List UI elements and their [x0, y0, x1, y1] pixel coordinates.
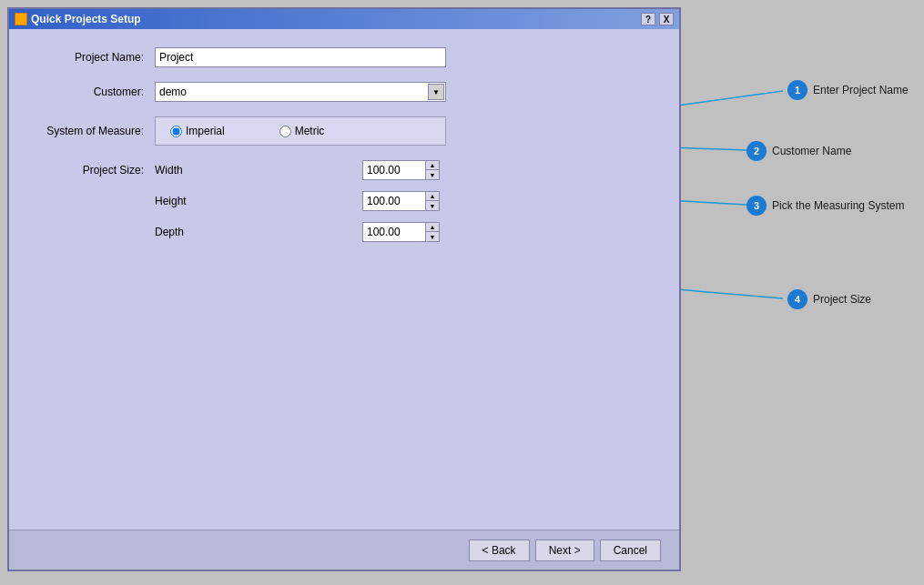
project-size-label: Project Size:: [36, 160, 155, 177]
next-button[interactable]: Next >: [535, 540, 594, 561]
cancel-button[interactable]: Cancel: [600, 540, 661, 561]
annotation-2: 2 Customer Name: [746, 141, 851, 161]
annotation-1: 1 Enter Project Name: [787, 80, 909, 100]
project-name-label: Project Name:: [36, 51, 155, 64]
height-up-btn[interactable]: ▲: [426, 192, 439, 201]
system-of-measure-label: System of Measure:: [36, 125, 155, 137]
main-window: Quick Projects Setup ? X Project Name: C…: [7, 7, 681, 571]
depth-input[interactable]: [363, 223, 425, 241]
title-bar-left: Quick Projects Setup: [15, 13, 141, 25]
back-button[interactable]: < Back: [469, 540, 530, 561]
annotation-3-text: Pick the Measuring System: [772, 199, 904, 212]
width-spinbox: ▲ ▼: [362, 160, 440, 180]
window-footer: < Back Next > Cancel: [9, 530, 679, 570]
annotation-3: 3 Pick the Measuring System: [746, 196, 904, 216]
depth-up-btn[interactable]: ▲: [426, 223, 439, 232]
annotation-1-text: Enter Project Name: [813, 84, 909, 96]
project-name-input[interactable]: [155, 47, 446, 67]
height-row: Height ▲ ▼: [155, 191, 440, 211]
depth-row: Depth ▲ ▼: [155, 222, 440, 242]
imperial-radio[interactable]: [170, 126, 182, 137]
depth-spinbox-btns: ▲ ▼: [425, 223, 439, 241]
metric-label: Metric: [295, 125, 325, 137]
system-of-measure-row: System of Measure: Imperial Metric: [36, 116, 652, 146]
width-input[interactable]: [363, 161, 425, 179]
imperial-radio-item[interactable]: Imperial: [170, 125, 225, 137]
height-down-btn[interactable]: ▼: [426, 201, 439, 210]
title-controls: ? X: [641, 13, 674, 25]
customer-select[interactable]: demo Customer1 Customer2: [155, 82, 446, 102]
customer-row: Customer: demo Customer1 Customer2 ▼: [36, 82, 652, 102]
width-spinbox-btns: ▲ ▼: [425, 161, 439, 179]
width-up-btn[interactable]: ▲: [426, 161, 439, 170]
title-bar: Quick Projects Setup ? X: [9, 9, 679, 29]
customer-label: Customer:: [36, 86, 155, 98]
annotation-4: 4 Project Size: [787, 289, 871, 309]
annotation-1-circle: 1: [787, 80, 807, 100]
annotation-2-text: Customer Name: [772, 145, 851, 157]
depth-down-btn[interactable]: ▼: [426, 232, 439, 241]
height-spinbox-btns: ▲ ▼: [425, 192, 439, 210]
depth-spinbox: ▲ ▼: [362, 222, 440, 242]
height-spinbox: ▲ ▼: [362, 191, 440, 211]
window-content: Project Name: Customer: demo Customer1 C…: [9, 29, 679, 530]
height-label: Height: [155, 195, 355, 207]
metric-radio-item[interactable]: Metric: [279, 125, 325, 137]
project-size-section: Project Size: Width ▲ ▼ Height: [36, 160, 652, 242]
annotation-4-circle: 4: [787, 289, 807, 309]
size-fields: Width ▲ ▼ Height ▲: [155, 160, 440, 242]
system-of-measure-box: Imperial Metric: [155, 116, 446, 146]
imperial-label: Imperial: [186, 125, 225, 137]
annotation-2-circle: 2: [746, 141, 767, 161]
close-button[interactable]: X: [659, 13, 674, 25]
width-down-btn[interactable]: ▼: [426, 170, 439, 179]
metric-radio[interactable]: [279, 126, 291, 137]
width-label: Width: [155, 164, 355, 177]
depth-label: Depth: [155, 226, 355, 238]
annotation-3-circle: 3: [746, 196, 767, 216]
height-input[interactable]: [363, 192, 425, 210]
window-title: Quick Projects Setup: [31, 13, 141, 25]
project-name-row: Project Name:: [36, 47, 652, 67]
annotation-4-text: Project Size: [813, 293, 871, 306]
window-icon: [15, 13, 27, 25]
customer-select-wrapper: demo Customer1 Customer2 ▼: [155, 82, 446, 102]
width-row: Width ▲ ▼: [155, 160, 440, 180]
help-button[interactable]: ?: [641, 13, 655, 25]
